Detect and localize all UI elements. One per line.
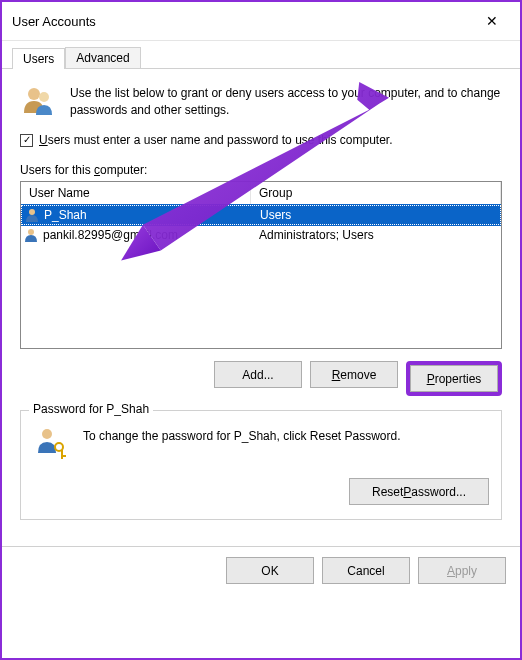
intro-text: Use the list below to grant or deny user… xyxy=(70,83,502,119)
user-buttons-row: Add... Remove Properties xyxy=(20,361,502,396)
svg-point-2 xyxy=(29,209,35,215)
user-icon xyxy=(24,207,40,223)
svg-point-5 xyxy=(55,443,63,451)
tab-content: Use the list below to grant or deny user… xyxy=(2,69,520,546)
password-groupbox: Password for P_Shah To change the passwo… xyxy=(20,410,502,520)
user-group: Administrators; Users xyxy=(251,228,501,242)
svg-point-0 xyxy=(28,88,40,100)
remove-button[interactable]: Remove xyxy=(310,361,398,388)
user-group: Users xyxy=(252,208,500,222)
svg-rect-7 xyxy=(61,455,66,457)
reset-password-button[interactable]: Reset Password... xyxy=(349,478,489,505)
properties-button[interactable]: Properties xyxy=(410,365,498,392)
intro-row: Use the list below to grant or deny user… xyxy=(20,83,502,119)
svg-point-4 xyxy=(42,429,52,439)
svg-rect-6 xyxy=(61,450,63,459)
tab-strip: Users Advanced xyxy=(2,41,520,69)
close-icon: ✕ xyxy=(486,13,498,29)
checkbox-label: Users must enter a user name and passwor… xyxy=(39,133,393,147)
svg-point-1 xyxy=(39,92,49,102)
list-header: User Name Group xyxy=(21,182,501,205)
column-header-user[interactable]: User Name xyxy=(21,182,251,204)
user-name: pankil.82995@gmail.com xyxy=(43,228,178,242)
list-row[interactable]: pankil.82995@gmail.com Administrators; U… xyxy=(21,225,501,245)
users-list-label: Users for this computer: xyxy=(20,163,502,177)
add-button[interactable]: Add... xyxy=(214,361,302,388)
dialog-footer: OK Cancel Apply xyxy=(2,546,520,594)
users-icon xyxy=(20,83,56,119)
window-title: User Accounts xyxy=(12,14,96,29)
cancel-button[interactable]: Cancel xyxy=(322,557,410,584)
users-listbox[interactable]: User Name Group P_Shah Users pankil.8299… xyxy=(20,181,502,349)
column-header-group[interactable]: Group xyxy=(251,182,501,204)
groupbox-legend: Password for P_Shah xyxy=(29,402,153,416)
tab-users[interactable]: Users xyxy=(12,48,65,69)
svg-point-3 xyxy=(28,229,34,235)
ok-button[interactable]: OK xyxy=(226,557,314,584)
key-user-icon xyxy=(33,425,69,464)
tab-advanced[interactable]: Advanced xyxy=(65,47,140,68)
list-row[interactable]: P_Shah Users xyxy=(21,205,501,225)
highlight-annotation: Properties xyxy=(406,361,502,396)
apply-button[interactable]: Apply xyxy=(418,557,506,584)
titlebar: User Accounts ✕ xyxy=(2,2,520,41)
password-text: To change the password for P_Shah, click… xyxy=(83,425,401,443)
user-name: P_Shah xyxy=(44,208,87,222)
close-button[interactable]: ✕ xyxy=(472,8,512,34)
user-icon xyxy=(23,227,39,243)
require-login-checkbox-row[interactable]: ✓ Users must enter a user name and passw… xyxy=(20,133,502,147)
checkbox-icon: ✓ xyxy=(20,134,33,147)
